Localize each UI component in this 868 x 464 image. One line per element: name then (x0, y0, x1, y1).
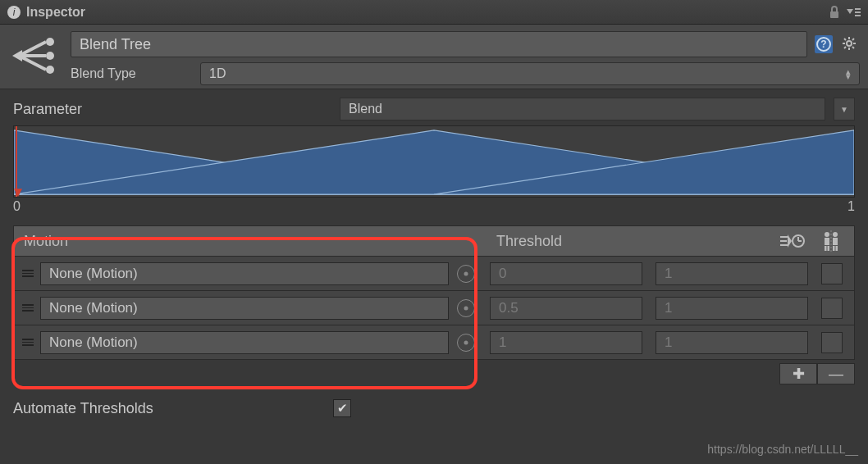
add-motion-button[interactable]: ✚ (779, 363, 817, 384)
inspector-title: Inspector (26, 5, 829, 20)
column-motion: Motion (14, 233, 480, 250)
object-picker-icon[interactable] (457, 265, 475, 283)
parameter-dropdown[interactable]: Blend (340, 98, 825, 121)
inspector-header: i Inspector (0, 0, 868, 25)
svg-point-36 (825, 232, 829, 237)
motion-field[interactable]: None (Motion) (40, 297, 449, 320)
svg-point-14 (847, 41, 852, 46)
blend-type-dropdown[interactable]: 1D ▴▾ (200, 62, 860, 85)
column-threshold: Threshold (480, 233, 780, 250)
speed-field[interactable]: 1 (656, 297, 808, 320)
svg-line-22 (852, 39, 854, 40)
svg-rect-42 (833, 246, 835, 251)
svg-rect-5 (855, 11, 861, 13)
svg-point-9 (46, 66, 54, 74)
svg-rect-2 (830, 11, 838, 18)
automate-thresholds-checkbox[interactable]: ✔ (333, 399, 351, 417)
motion-row: None (Motion) 0.5 1 (13, 291, 855, 325)
svg-point-8 (46, 52, 54, 60)
svg-line-20 (852, 47, 854, 48)
menu-icon[interactable] (845, 7, 861, 17)
blend-tree-name-input[interactable] (71, 31, 807, 57)
threshold-field[interactable]: 1 (490, 331, 642, 354)
svg-rect-39 (828, 246, 830, 251)
axis-max: 1 (847, 199, 855, 214)
svg-rect-6 (855, 15, 861, 16)
svg-text:?: ? (820, 39, 826, 50)
svg-rect-4 (855, 8, 861, 10)
motion-row: None (Motion) 0 1 (13, 257, 855, 291)
parameter-dropdown-arrow[interactable]: ▼ (834, 98, 855, 121)
svg-marker-3 (847, 9, 853, 14)
threshold-field[interactable]: 0.5 (490, 297, 642, 320)
blend-graph[interactable] (13, 125, 855, 198)
watermark: https://blog.csdn.net/LLLLL__ (707, 443, 858, 456)
speed-field[interactable]: 1 (656, 262, 808, 285)
settings-icon[interactable] (840, 34, 860, 54)
motion-field[interactable]: None (Motion) (40, 262, 449, 285)
mirror-toggle[interactable] (821, 332, 843, 353)
axis-min: 0 (13, 199, 21, 214)
parameter-row: Parameter Blend ▼ (0, 89, 868, 125)
motion-field[interactable]: None (Motion) (40, 331, 449, 354)
mirror-toggle[interactable] (821, 263, 843, 284)
svg-text:i: i (13, 7, 16, 18)
svg-rect-38 (825, 246, 827, 251)
drag-handle[interactable] (21, 339, 35, 346)
info-icon: i (7, 5, 21, 20)
svg-line-21 (844, 47, 846, 48)
parameter-label: Parameter (13, 101, 331, 118)
remove-motion-button[interactable]: — (817, 363, 855, 384)
motion-list: Motion Threshold None (Motion) 0 1 None … (13, 225, 855, 384)
chevron-down-icon: ▼ (840, 105, 848, 114)
threshold-field[interactable]: 0 (490, 262, 642, 285)
svg-rect-37 (825, 238, 829, 245)
graph-axis: 0 1 (0, 198, 868, 219)
svg-line-19 (844, 39, 846, 40)
automate-thresholds-row: Automate Thresholds ✔ (0, 384, 868, 432)
blend-type-value: 1D (209, 66, 226, 81)
svg-marker-31 (788, 234, 792, 248)
blend-tree-icon (8, 31, 62, 80)
help-icon[interactable]: ? (814, 34, 834, 54)
list-header: Motion Threshold (13, 225, 855, 257)
svg-point-7 (46, 38, 54, 46)
blend-tree-header: ? Blend Type 1D ▴▾ (0, 25, 868, 89)
svg-rect-43 (836, 246, 838, 251)
svg-marker-10 (12, 50, 22, 61)
object-picker-icon[interactable] (457, 334, 475, 352)
object-picker-icon[interactable] (457, 299, 475, 317)
mirror-icon (821, 230, 841, 252)
blend-type-label: Blend Type (71, 66, 192, 81)
chevron-updown-icon: ▴▾ (846, 69, 851, 79)
svg-point-40 (833, 232, 838, 237)
lock-icon[interactable] (829, 6, 840, 19)
timescale-icon (780, 232, 805, 250)
mirror-toggle[interactable] (821, 298, 843, 319)
parameter-value: Blend (349, 102, 382, 116)
motion-row: None (Motion) 1 1 (13, 325, 855, 360)
automate-thresholds-label: Automate Thresholds (13, 400, 317, 417)
svg-rect-41 (833, 238, 838, 245)
speed-field[interactable]: 1 (656, 331, 808, 354)
drag-handle[interactable] (21, 304, 35, 312)
drag-handle[interactable] (21, 270, 35, 277)
